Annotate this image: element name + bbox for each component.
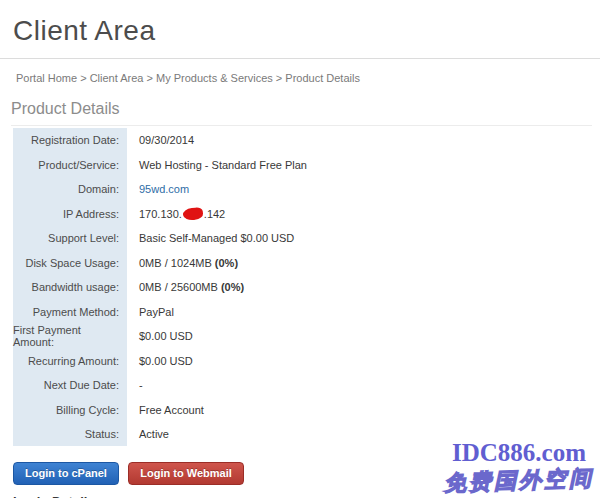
table-row-ip-address: IP Address: 170.130..142	[13, 201, 592, 226]
bandwidth-usage-percent: (0%)	[221, 281, 244, 293]
table-row-payment-method: Payment Method: PayPal	[13, 299, 592, 324]
row-value: $0.00 USD	[127, 330, 193, 342]
row-value: 170.130..142	[127, 208, 225, 220]
page-title: Client Area	[0, 0, 600, 47]
row-label: Payment Method:	[13, 299, 127, 324]
header-divider	[0, 58, 600, 59]
ip-prefix: 170.130.	[139, 208, 182, 220]
bandwidth-usage-value: 0MB / 25600MB	[139, 281, 221, 293]
client-area-page: Client Area Portal Home > Client Area > …	[0, 0, 600, 498]
row-label: Next Due Date:	[13, 373, 127, 398]
row-value: -	[127, 379, 143, 391]
row-label: IP Address:	[13, 201, 127, 226]
row-label: Bandwidth usage:	[13, 275, 127, 300]
login-details-title: Login Details	[13, 494, 600, 498]
table-row-bandwidth-usage: Bandwidth usage: 0MB / 25600MB (0%)	[13, 275, 592, 300]
disk-usage-percent: (0%)	[215, 257, 238, 269]
row-value: Free Account	[127, 404, 204, 416]
row-label: Billing Cycle:	[13, 397, 127, 422]
table-row-support-level: Support Level: Basic Self-Managed $0.00 …	[13, 226, 592, 251]
section-title-product-details: Product Details	[11, 100, 592, 126]
ip-redaction-blob	[182, 206, 203, 220]
row-label: Registration Date:	[13, 128, 127, 153]
product-details-table: Registration Date: 09/30/2014 Product/Se…	[13, 128, 592, 447]
table-row-product-service: Product/Service: Web Hosting - Standard …	[13, 152, 592, 177]
row-value: $0.00 USD	[127, 355, 193, 367]
table-row-billing-cycle: Billing Cycle: Free Account	[13, 397, 592, 422]
breadcrumb[interactable]: Portal Home > Client Area > My Products …	[16, 72, 600, 84]
row-label: First Payment Amount:	[13, 324, 127, 349]
row-label: Domain:	[13, 177, 127, 202]
row-value: 09/30/2014	[127, 134, 194, 146]
table-row-recurring-amount: Recurring Amount: $0.00 USD	[13, 348, 592, 373]
status-value: Active	[127, 428, 169, 440]
ip-suffix: .142	[204, 208, 225, 220]
row-value: Basic Self-Managed $0.00 USD	[127, 232, 294, 244]
login-to-webmail-button[interactable]: Login to Webmail	[128, 462, 243, 485]
table-row-status: Status: Active	[13, 422, 592, 447]
domain-link[interactable]: 95wd.com	[139, 183, 189, 195]
table-row-registration-date: Registration Date: 09/30/2014	[13, 128, 592, 153]
table-row-next-due-date: Next Due Date: -	[13, 373, 592, 398]
row-label: Status:	[13, 422, 127, 447]
row-value: 0MB / 1024MB (0%)	[127, 257, 238, 269]
row-label: Recurring Amount:	[13, 348, 127, 373]
disk-usage-value: 0MB / 1024MB	[139, 257, 215, 269]
table-row-first-payment-amount: First Payment Amount: $0.00 USD	[13, 324, 592, 349]
table-row-disk-space-usage: Disk Space Usage: 0MB / 1024MB (0%)	[13, 250, 592, 275]
row-value: 95wd.com	[127, 183, 189, 195]
login-to-cpanel-button[interactable]: Login to cPanel	[13, 462, 119, 485]
row-value: Web Hosting - Standard Free Plan	[127, 159, 307, 171]
table-row-domain: Domain: 95wd.com	[13, 177, 592, 202]
row-label: Disk Space Usage:	[13, 250, 127, 275]
action-buttons: Login to cPanel Login to Webmail	[13, 462, 600, 485]
row-label: Product/Service:	[13, 152, 127, 177]
row-value: PayPal	[127, 306, 174, 318]
row-label: Support Level:	[13, 226, 127, 251]
row-value: 0MB / 25600MB (0%)	[127, 281, 244, 293]
